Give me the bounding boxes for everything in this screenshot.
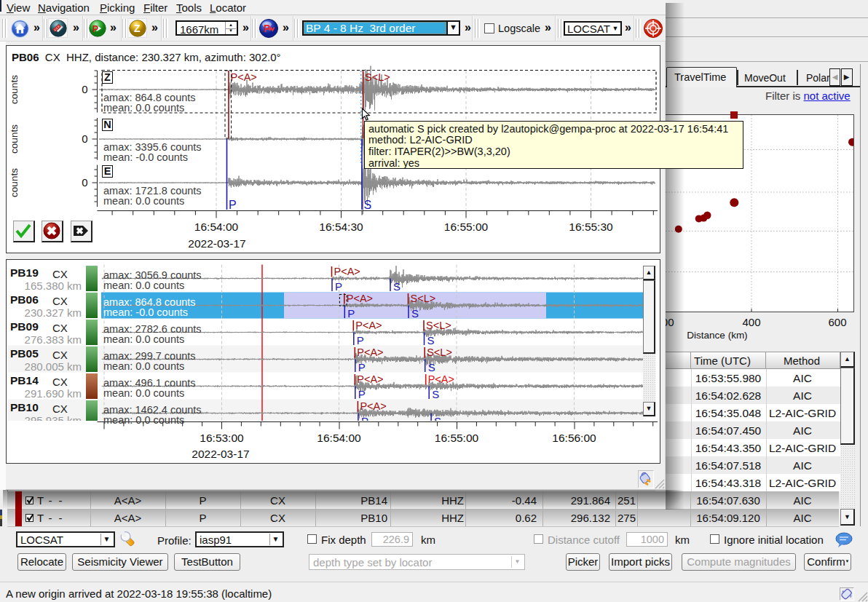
svg-text:16:55:00: 16:55:00 xyxy=(435,432,479,444)
svg-text:16:55:30: 16:55:30 xyxy=(569,221,613,233)
svg-text:16:54:30: 16:54:30 xyxy=(319,221,363,233)
svg-text:counts: counts xyxy=(9,168,20,197)
svg-text:16:54:00: 16:54:00 xyxy=(194,221,239,233)
svg-text:16:56:00: 16:56:00 xyxy=(552,432,596,444)
svg-text:0: 0 xyxy=(82,132,87,145)
svg-text:P: P xyxy=(229,199,237,211)
svg-text:counts: counts xyxy=(9,124,20,154)
svg-text:2022-03-17: 2022-03-17 xyxy=(188,237,245,250)
svg-text:S: S xyxy=(364,199,372,211)
svg-text:16:54:00: 16:54:00 xyxy=(317,432,361,444)
svg-text:counts: counts xyxy=(9,75,20,104)
svg-text:S<L>: S<L> xyxy=(365,71,390,83)
svg-text:2022-03-17: 2022-03-17 xyxy=(192,448,249,460)
svg-text:16:55:00: 16:55:00 xyxy=(444,221,489,233)
svg-text:0: 0 xyxy=(82,83,87,95)
svg-text:P<A>: P<A> xyxy=(231,71,257,83)
svg-text:0: 0 xyxy=(82,176,87,189)
svg-text:16:53:00: 16:53:00 xyxy=(200,432,244,444)
